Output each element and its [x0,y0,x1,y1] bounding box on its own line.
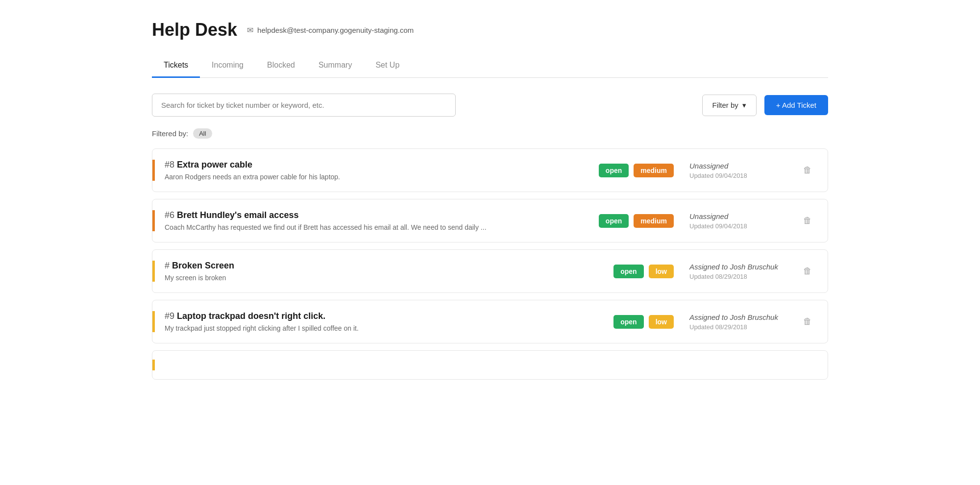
add-ticket-button[interactable]: + Add Ticket [764,95,828,115]
ticket-number: #9 [165,311,177,321]
tab-nav: Tickets Incoming Blocked Summary Set Up [152,54,828,78]
ticket-updated: Updated 08/29/2018 [689,323,787,331]
header-email: ✉ helpdesk@test-company.gogenuity-stagin… [247,25,414,35]
priority-badge: low [649,315,674,329]
ticket-name: Laptop trackpad doesn't right click. [177,311,325,321]
status-badge: open [599,214,629,228]
ticket-number: #6 [165,210,177,220]
ticket-content: #6 Brett Hundley's email access Coach Mc… [165,210,599,231]
ticket-updated: Updated 09/04/2018 [689,172,787,179]
delete-button[interactable]: 🗑 [799,214,816,228]
ticket-assignee: Assigned to Josh Bruschuk [689,263,787,271]
ticket-badges: open low [613,265,674,278]
tab-incoming[interactable]: Incoming [200,54,255,78]
ticket-content: #8 Extra power cable Aaron Rodgers needs… [165,160,599,181]
ticket-title: #9 Laptop trackpad doesn't right click. [165,311,613,321]
ticket-badges: open medium [599,164,674,177]
table-row[interactable]: #9 Laptop trackpad doesn't right click. … [152,300,828,343]
trash-icon: 🗑 [803,216,812,225]
ticket-title: #8 Extra power cable [165,160,599,170]
filtered-by-label: Filtered by: [152,129,188,138]
ticket-updated: Updated 08/29/2018 [689,273,787,280]
add-ticket-label: + Add Ticket [776,101,816,109]
tab-tickets[interactable]: Tickets [152,54,200,78]
chevron-down-icon: ▾ [742,101,746,110]
search-input[interactable] [152,94,456,117]
ticket-name: Extra power cable [177,160,252,170]
ticket-description: Coach McCarthy has requested we find out… [165,223,498,231]
ticket-title: # Broken Screen [165,261,613,271]
tab-setup[interactable]: Set Up [364,54,411,78]
ticket-content: #9 Laptop trackpad doesn't right click. … [165,311,613,332]
ticket-assignee: Unassigned [689,162,787,170]
email-icon: ✉ [247,25,253,35]
trash-icon: 🗑 [803,165,812,175]
filter-row: Filtered by: All [152,128,828,139]
ticket-meta: Assigned to Josh Bruschuk Updated 08/29/… [689,313,787,331]
delete-button[interactable]: 🗑 [799,163,816,177]
ticket-number: #8 [165,160,177,170]
status-badge: open [613,265,643,278]
table-row[interactable]: #6 Brett Hundley's email access Coach Mc… [152,199,828,242]
filter-button[interactable]: Filter by ▾ [702,95,757,116]
toolbar: Filter by ▾ + Add Ticket [152,94,828,117]
trash-icon: 🗑 [803,316,812,326]
ticket-badges: open low [613,315,674,329]
tab-summary[interactable]: Summary [307,54,364,78]
ticket-badges: open medium [599,214,674,228]
status-badge: open [613,315,643,329]
tab-blocked[interactable]: Blocked [255,54,307,78]
ticket-content: # Broken Screen My screen is broken [165,261,613,282]
ticket-assignee: Unassigned [689,212,787,220]
ticket-meta: Assigned to Josh Bruschuk Updated 08/29/… [689,263,787,280]
ticket-description: My screen is broken [165,274,498,282]
delete-button[interactable]: 🗑 [799,264,816,278]
status-badge: open [599,164,629,177]
ticket-description: Aaron Rodgers needs an extra power cable… [165,173,498,181]
page-header: Help Desk ✉ helpdesk@test-company.gogenu… [152,20,828,40]
priority-badge: medium [634,214,674,228]
delete-button[interactable]: 🗑 [799,315,816,329]
table-row-partial [152,350,828,380]
priority-badge: low [649,265,674,278]
ticket-updated: Updated 09/04/2018 [689,222,787,230]
ticket-number: # [165,261,172,270]
page-title: Help Desk [152,20,237,40]
priority-badge: medium [634,164,674,177]
ticket-meta: Unassigned Updated 09/04/2018 [689,162,787,179]
table-row[interactable]: #8 Extra power cable Aaron Rodgers needs… [152,148,828,192]
filter-label: Filter by [712,101,738,109]
ticket-description: My trackpad just stopped right clicking … [165,324,498,332]
ticket-name: Broken Screen [172,261,234,270]
trash-icon: 🗑 [803,266,812,276]
page-container: Help Desk ✉ helpdesk@test-company.gogenu… [122,0,858,399]
ticket-meta: Unassigned Updated 09/04/2018 [689,212,787,230]
ticket-list: #8 Extra power cable Aaron Rodgers needs… [152,148,828,380]
ticket-title: #6 Brett Hundley's email access [165,210,599,220]
filter-badge[interactable]: All [193,128,212,139]
email-address: helpdesk@test-company.gogenuity-staging.… [257,26,414,34]
table-row[interactable]: # Broken Screen My screen is broken open… [152,249,828,293]
ticket-assignee: Assigned to Josh Bruschuk [689,313,787,321]
ticket-name: Brett Hundley's email access [177,210,298,220]
